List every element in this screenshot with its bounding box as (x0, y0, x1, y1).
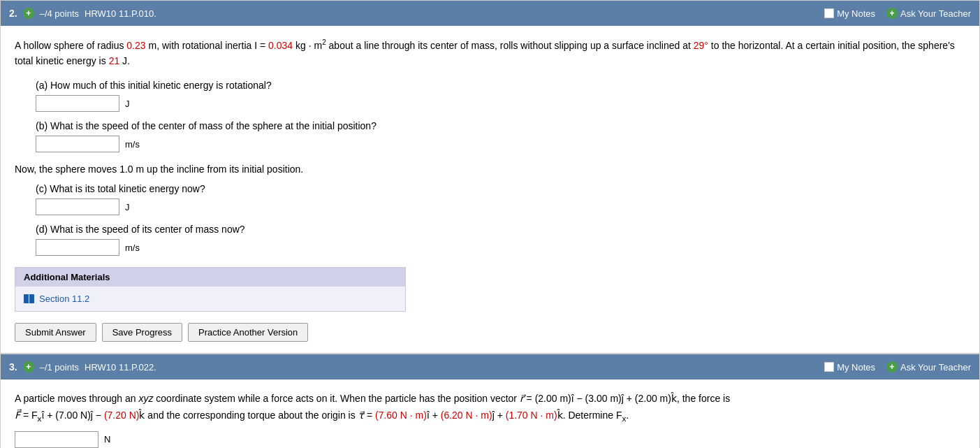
my-notes-label-3: My Notes (837, 362, 875, 373)
question-3-block: 3. + –/1 points HRW10 11.P.022. My Notes… (0, 354, 980, 448)
q3-part2: coordinate system while a force acts on … (153, 393, 519, 404)
notes-checkbox-2[interactable] (824, 8, 834, 18)
submit-answer-button[interactable]: Submit Answer (15, 323, 96, 342)
q3-answer-input[interactable] (15, 431, 98, 448)
q3-part3: the force is (680, 393, 730, 404)
force-line: F⃗ = Fxî + (7.00 N)ĵ − (7.20 N)k̂ and th… (15, 410, 629, 421)
problem-statement-3: A particle moves through an xyz coordina… (15, 391, 965, 425)
part-b-label: (b) What is the speed of the center of m… (36, 120, 965, 131)
part-a-input-row: J (36, 95, 965, 112)
q3-part1: A particle moves through an (15, 393, 138, 404)
part-c-input[interactable] (36, 198, 119, 215)
sub-question-b: (b) What is the speed of the center of m… (36, 120, 965, 152)
ask-teacher-button-2[interactable]: + Ask Your Teacher (886, 8, 971, 19)
practice-another-button[interactable]: Practice Another Version (188, 323, 308, 342)
question-2-plus-icon[interactable]: + (23, 8, 34, 19)
additional-materials: Additional Materials Section 11.2 (15, 267, 406, 312)
question-2-header-left: 2. + –/4 points HRW10 11.P.010. (9, 8, 156, 19)
now-text: Now, the sphere moves 1.0 m up the incli… (15, 164, 965, 175)
my-notes-button-2[interactable]: My Notes (824, 8, 875, 19)
part-c-unit: J (125, 202, 130, 212)
question-2-points: –/4 points (40, 8, 79, 19)
ask-teacher-label-2: Ask Your Teacher (900, 8, 971, 19)
question-2-header: 2. + –/4 points HRW10 11.P.010. My Notes… (1, 1, 979, 26)
question-3-points: –/1 points (40, 362, 79, 373)
question-2-body: A hollow sphere of radius 0.23 m, with r… (1, 26, 979, 353)
ask-teacher-plus-icon-2: + (886, 8, 898, 19)
part-d-input[interactable] (36, 239, 119, 256)
part-a-unit: J (125, 99, 130, 109)
question-3-header: 3. + –/1 points HRW10 11.P.022. My Notes… (1, 354, 979, 380)
notes-checkbox-3[interactable] (824, 362, 834, 372)
problem-statement-2: A hollow sphere of radius 0.23 m, with r… (15, 37, 965, 68)
action-buttons: Submit Answer Save Progress Practice Ano… (15, 323, 965, 342)
question-3-number: 3. (9, 361, 17, 373)
question-2-number: 2. (9, 8, 17, 19)
additional-materials-header: Additional Materials (15, 268, 405, 287)
part-d-input-row: m/s (36, 239, 965, 256)
part-a-label: (a) How much of this initial kinetic ene… (36, 80, 965, 91)
part-c-input-row: J (36, 198, 965, 215)
inertia-eq: I = (254, 40, 268, 51)
part-c-label: (c) What is its total kinetic energy now… (36, 183, 965, 194)
additional-materials-body: Section 11.2 (15, 287, 405, 311)
save-progress-button[interactable]: Save Progress (102, 323, 182, 342)
section-link[interactable]: Section 11.2 (24, 294, 397, 304)
question-2-header-right: My Notes + Ask Your Teacher (824, 8, 971, 19)
part-d-label: (d) What is the speed of its center of m… (36, 224, 965, 235)
xyz-label: xyz (138, 393, 153, 404)
question-3-header-left: 3. + –/1 points HRW10 11.P.022. (9, 361, 156, 373)
sub-question-a: (a) How much of this initial kinetic ene… (36, 80, 965, 112)
part-d-unit: m/s (125, 243, 140, 253)
part-b-input[interactable] (36, 136, 119, 152)
question-3-header-right: My Notes + Ask Your Teacher (824, 361, 971, 373)
sub-question-d: (d) What is the speed of its center of m… (36, 224, 965, 256)
q3-input-row: N (15, 431, 965, 448)
angle-value: 29° (694, 40, 708, 51)
part-b-unit: m/s (125, 139, 140, 150)
ke-value: 21 (109, 55, 120, 66)
inertia-value: 0.034 (268, 40, 293, 51)
part-b-input-row: m/s (36, 136, 965, 152)
book-icon (24, 294, 35, 304)
sub-question-c: (c) What is its total kinetic energy now… (36, 183, 965, 215)
svg-rect-1 (29, 294, 29, 303)
part-a-input[interactable] (36, 95, 119, 112)
ask-teacher-button-3[interactable]: + Ask Your Teacher (886, 361, 971, 373)
question-2-code: HRW10 11.P.010. (85, 8, 156, 19)
problem-text-prefix: A hollow sphere of radius (15, 40, 126, 51)
my-notes-button-3[interactable]: My Notes (824, 362, 875, 373)
question-3-plus-icon[interactable]: + (23, 361, 34, 373)
question-2-block: 2. + –/4 points HRW10 11.P.010. My Notes… (0, 0, 980, 354)
question-3-code: HRW10 11.P.022. (85, 362, 156, 373)
ask-teacher-label-3: Ask Your Teacher (900, 362, 971, 373)
my-notes-label-2: My Notes (837, 8, 875, 19)
ask-teacher-plus-icon-3: + (886, 361, 898, 373)
question-3-body: A particle moves through an xyz coordina… (1, 380, 979, 448)
q3-unit: N (104, 434, 110, 445)
radius-value: 0.23 (126, 40, 145, 51)
